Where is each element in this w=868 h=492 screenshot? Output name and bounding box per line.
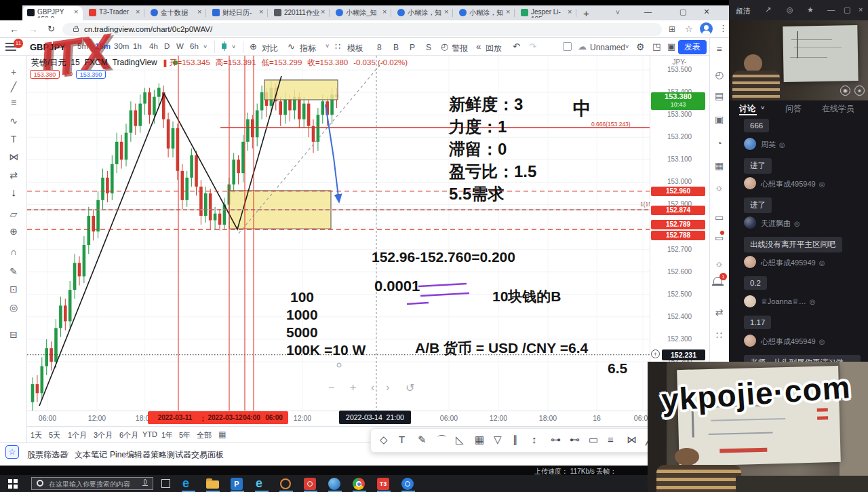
tab-close-icon[interactable]: × — [136, 7, 140, 16]
draw-lock-icon[interactable]: ✎ — [0, 266, 27, 277]
zoom-in-icon[interactable]: ⊕ — [0, 226, 27, 237]
window-minimize-icon[interactable]: — — [644, 7, 652, 16]
stream-record-icon[interactable]: ◎ — [787, 5, 793, 14]
xabcd-icon[interactable]: ⋈ — [0, 151, 27, 162]
range-tab-YTD[interactable]: YTD — [142, 430, 157, 438]
compare-icon[interactable]: ⊕ — [250, 41, 257, 52]
timeframe-chevron-icon[interactable]: ˅ — [203, 43, 207, 50]
taskbar-app-p-app[interactable]: P — [229, 476, 245, 491]
text-tool-icon[interactable]: T — [399, 434, 405, 445]
candle-style-icon[interactable] — [222, 43, 226, 49]
magnet-icon[interactable]: ∩ — [0, 246, 27, 257]
crosshair-icon[interactable]: + — [0, 67, 27, 77]
stream-share-icon[interactable]: ↗ — [765, 5, 771, 14]
forecast-icon[interactable]: ⇄ — [0, 170, 27, 181]
go-to-date-icon[interactable]: ▦ — [218, 430, 226, 439]
grid-tool-icon[interactable]: ▦ — [475, 434, 484, 446]
browser-avatar[interactable] — [700, 22, 713, 35]
fib-lines-icon[interactable]: ≡ — [608, 434, 614, 445]
ruler-icon[interactable]: ▱ — [0, 208, 27, 219]
footer-tab-Pine编辑器[interactable]: Pine编辑器 — [110, 449, 151, 461]
chart-zoom-control[interactable]: › — [386, 381, 389, 394]
wave-icon[interactable]: ∿ — [0, 115, 27, 126]
xabcd-tool-icon[interactable]: ⋈ — [627, 434, 637, 446]
pencil-tool-icon[interactable]: ✎ — [418, 434, 427, 446]
publish-button[interactable]: 发表 — [678, 40, 707, 54]
taskbar-app-red-app[interactable] — [302, 476, 319, 491]
private-chat-icon[interactable]: ▭ — [709, 232, 729, 243]
stream-maximize-icon[interactable]: ▢ — [844, 5, 850, 14]
compare-button[interactable]: 对比 — [262, 43, 278, 54]
arrow-down-tool-icon[interactable]: ↓ — [0, 187, 27, 199]
timeframe-4h[interactable]: 4h — [149, 42, 158, 50]
templates-icon[interactable]: ∷ — [335, 41, 340, 52]
window-close-icon[interactable]: × — [704, 6, 709, 17]
stream-tab-讨论[interactable]: 讨论 — [739, 103, 755, 115]
headlines-icon[interactable]: ▤ — [709, 90, 729, 101]
ray-right-icon[interactable]: ⊷ — [570, 434, 580, 446]
redo-icon[interactable]: ↷ — [529, 41, 536, 52]
taskbar-app-internet-explorer[interactable]: e — [254, 476, 270, 491]
shape-arrow-icon[interactable]: ▽ — [494, 434, 502, 446]
candle-chevron-icon[interactable]: ˅ — [232, 43, 235, 50]
more-widgets-icon[interactable]: ∷ — [709, 330, 729, 341]
vertical-line-icon[interactable]: ↕ — [532, 434, 537, 445]
parallel-channel-icon[interactable]: ∥ — [513, 434, 518, 446]
triangle-tool-icon[interactable]: ◺ — [456, 434, 464, 446]
watchlist-icon[interactable]: ≡ — [709, 43, 729, 54]
tab-close-icon[interactable]: × — [568, 7, 572, 16]
text-tool-icon[interactable]: T — [0, 134, 27, 145]
footer-tab-股票筛选器[interactable]: 股票筛选器 — [27, 449, 68, 461]
ray-left-icon[interactable]: ⊶ — [551, 434, 561, 446]
add-alert-plus-icon[interactable]: + — [651, 349, 660, 358]
chart-zoom-control[interactable]: + — [350, 381, 356, 394]
footer-tab-策略测试器[interactable]: 策略测试器 — [151, 449, 191, 461]
range-tab-全部[interactable]: 全部 — [197, 430, 212, 440]
range-tab-5天[interactable]: 5天 — [49, 430, 60, 440]
start-button[interactable] — [8, 479, 18, 489]
taskbar-app-t3-trader[interactable]: T3 — [376, 476, 392, 491]
indicators-button[interactable]: 指标 — [300, 43, 316, 54]
alert-button[interactable]: 警报 — [452, 43, 468, 54]
camera-icon[interactable]: ▣ — [667, 41, 675, 52]
stream-close-icon[interactable]: × — [859, 5, 863, 14]
tab-close-icon[interactable]: × — [259, 7, 263, 16]
range-tab-1个月[interactable]: 1个月 — [68, 430, 87, 440]
replay-icon[interactable]: « — [476, 41, 481, 52]
indicators-icon[interactable]: ∿ — [288, 41, 295, 52]
taskbar-app-edge[interactable]: e — [180, 476, 197, 491]
quick-button-8[interactable]: 8 — [377, 43, 382, 52]
footer-tab-文本笔记[interactable]: 文本笔记 — [75, 449, 107, 461]
range-tab-5年[interactable]: 5年 — [179, 430, 191, 440]
taskbar-app-chrome[interactable] — [351, 476, 368, 491]
screener-chevron-icon[interactable]: ˅ — [65, 451, 68, 457]
tab-close-icon[interactable]: × — [444, 7, 448, 16]
discussion-chevron-icon[interactable]: ˅ — [761, 105, 764, 111]
chart-zoom-control[interactable]: ‹ — [371, 381, 374, 394]
taskbar-app-file-explorer[interactable] — [205, 476, 221, 491]
taskbar-app-blue-app[interactable] — [400, 476, 416, 491]
timeframe-6h[interactable]: 6h — [190, 42, 199, 50]
task-view-icon[interactable] — [161, 479, 170, 488]
video-mic-icon[interactable]: ● — [854, 86, 865, 96]
tab-close-icon[interactable]: × — [197, 7, 201, 16]
video-camera-icon[interactable]: ◉ — [840, 86, 850, 96]
timeframe-1h[interactable]: 1h — [133, 42, 142, 50]
stream-tab-问答[interactable]: 问答 — [785, 103, 802, 115]
layout-chevron-icon[interactable]: ˅ — [625, 43, 629, 50]
hide-all-icon[interactable]: ◎ — [0, 302, 27, 313]
notes-icon[interactable]: ▣ — [709, 114, 729, 125]
undo-icon[interactable]: ↶ — [513, 41, 520, 52]
calendar-icon[interactable]: ▦ — [709, 160, 729, 171]
templates-button[interactable]: 模板 — [347, 43, 363, 54]
stream-minimize-icon[interactable]: — — [827, 5, 835, 14]
tab-close-icon[interactable]: × — [382, 7, 387, 16]
screener-icon[interactable]: ⇄ — [709, 307, 729, 318]
chat-icon[interactable]: ▭ — [709, 212, 729, 223]
back-icon[interactable]: ← — [9, 24, 19, 35]
range-tab-1天[interactable]: 1天 — [31, 430, 42, 440]
taskbar-search-input[interactable]: 在这里输入你要搜索的内容 — [49, 480, 137, 489]
taskbar-app-blue-sphere[interactable] — [327, 476, 343, 491]
range-tab-1年[interactable]: 1年 — [161, 430, 173, 440]
lock-all-icon[interactable]: ⊡ — [0, 284, 27, 295]
